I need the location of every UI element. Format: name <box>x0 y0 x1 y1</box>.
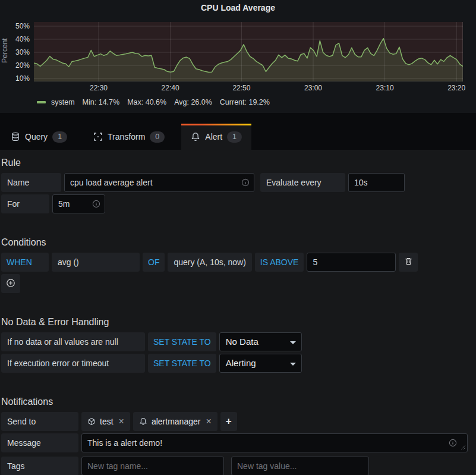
graph-panel: CPU Load Average Percent 50%40%30%20%10%… <box>0 0 476 113</box>
x-tick-label: 22:50 <box>232 84 250 92</box>
error-state-value: Alerting <box>226 358 256 368</box>
no-data-state-select[interactable]: No Data <box>219 332 302 351</box>
error-state-select[interactable]: Alerting <box>219 354 302 373</box>
caret-down-icon <box>290 341 296 344</box>
add-recipient-button[interactable]: + <box>220 412 237 431</box>
add-condition-row <box>1 274 475 293</box>
bell-icon <box>139 417 147 426</box>
resize-handle[interactable] <box>461 442 466 452</box>
tab-alert-badge: 1 <box>227 131 242 143</box>
trash-icon <box>404 257 413 268</box>
notifications-heading: Notifications <box>1 397 475 407</box>
tab-query-label: Query <box>25 132 48 141</box>
legend-stat-current: Current: 19.2% <box>220 98 270 106</box>
tab-alert[interactable]: Alert 1 <box>181 124 251 150</box>
bell-icon <box>191 132 200 141</box>
conditions-heading: Conditions <box>1 237 475 248</box>
tags-row: Tags <box>1 457 475 475</box>
condition-of-keyword: OF <box>143 253 165 272</box>
condition-row: WHEN avg () OF query (A, 10s, now) IS AB… <box>1 253 475 272</box>
plus-circle-icon <box>6 278 15 290</box>
chart-legend: system Min: 14.7% Max: 40.6% Avg: 26.0% … <box>37 98 270 106</box>
for-label: For <box>1 194 49 213</box>
send-to-row: Send to test × alertmanager × + <box>1 412 475 431</box>
recipient-chip-test: test × <box>81 412 130 431</box>
condition-aggregation-dropdown[interactable]: avg () <box>52 253 140 272</box>
evaluate-every-label: Evaluate every <box>260 173 345 192</box>
tab-query-badge: 1 <box>52 131 67 143</box>
y-tick-label: 50% <box>15 22 30 30</box>
rule-row-1: Name Evaluate every <box>1 173 475 192</box>
tab-alert-label: Alert <box>205 132 222 141</box>
message-row: Message This is a alert demo! <box>1 433 475 454</box>
recipient-chip-alertmanager: alertmanager × <box>133 412 217 431</box>
y-tick-label: 30% <box>15 48 30 56</box>
tab-query[interactable]: Query 1 <box>1 124 77 150</box>
legend-color-swatch <box>37 101 46 103</box>
tags-label: Tags <box>1 457 78 475</box>
no-data-heading: No Data & Error Handling <box>1 317 475 328</box>
legend-stat-max: Max: 40.6% <box>127 98 166 106</box>
webhook-icon <box>87 417 96 426</box>
condition-operator-dropdown[interactable]: IS ABOVE <box>255 253 304 272</box>
y-axis-title: Percent <box>1 30 9 71</box>
tab-transform[interactable]: Transform 0 <box>84 124 174 150</box>
x-tick-label: 23:20 <box>447 84 465 92</box>
tab-transform-label: Transform <box>108 132 145 141</box>
condition-query-dropdown[interactable]: query (A, 10s, now) <box>168 253 251 272</box>
transform-icon <box>93 132 103 141</box>
send-to-label: Send to <box>1 412 78 431</box>
x-tick-label: 22:40 <box>162 84 179 92</box>
time-series-chart[interactable] <box>34 22 463 81</box>
message-textarea[interactable]: This is a alert demo! <box>81 433 468 452</box>
legend-stat-min: Min: 14.7% <box>83 98 120 106</box>
message-label: Message <box>1 433 78 452</box>
legend-series-name[interactable]: system <box>51 98 75 106</box>
add-condition-button[interactable] <box>1 274 20 293</box>
no-data-label: If no data or all values are null <box>1 332 145 351</box>
alert-tab-content: Rule Name Evaluate every For Conditions <box>0 158 476 475</box>
panel-title: CPU Load Average <box>0 3 476 12</box>
no-data-state-value: No Data <box>226 336 259 347</box>
delete-condition-button[interactable] <box>399 253 418 272</box>
panel-editor-tabs: Query 1 Transform 0 Alert 1 <box>0 113 476 150</box>
y-tick-label: 40% <box>15 35 30 43</box>
x-tick-label: 23:10 <box>376 84 394 92</box>
caret-down-icon <box>290 363 296 366</box>
y-tick-label: 20% <box>15 61 30 70</box>
rule-heading: Rule <box>1 158 475 168</box>
recipient-name: alertmanager <box>152 417 201 426</box>
legend-stat-avg: Avg: 26.0% <box>174 98 212 106</box>
remove-recipient-icon[interactable]: × <box>206 417 211 426</box>
condition-when-keyword: WHEN <box>1 253 49 272</box>
evaluate-every-input[interactable] <box>348 173 405 192</box>
tab-transform-badge: 0 <box>150 131 165 143</box>
rule-name-input[interactable] <box>64 173 254 192</box>
message-field-wrap: This is a alert demo! <box>81 433 468 454</box>
name-field-wrap <box>64 173 254 192</box>
x-tick-label: 22:30 <box>90 84 108 92</box>
name-label: Name <box>1 173 61 192</box>
for-field-wrap <box>52 194 105 213</box>
condition-threshold-input[interactable] <box>307 253 396 272</box>
rule-row-2: For <box>1 194 475 213</box>
no-data-set-state-keyword: SET STATE TO <box>148 332 216 351</box>
error-set-state-keyword: SET STATE TO <box>148 354 216 373</box>
new-tag-value-input[interactable] <box>231 457 369 475</box>
remove-recipient-icon[interactable]: × <box>119 417 124 426</box>
y-tick-label: 10% <box>15 74 30 83</box>
error-row: If execution error or timeout SET STATE … <box>1 354 475 373</box>
database-icon <box>11 132 20 141</box>
error-label: If execution error or timeout <box>1 354 145 373</box>
new-tag-name-input[interactable] <box>81 457 224 475</box>
for-input[interactable] <box>52 194 105 213</box>
recipient-name: test <box>100 417 114 426</box>
x-tick-label: 23:00 <box>304 84 322 92</box>
no-data-row: If no data or all values are null SET ST… <box>1 332 475 351</box>
x-axis-ticks: 22:3022:4022:5023:0023:1023:20 <box>0 84 476 93</box>
